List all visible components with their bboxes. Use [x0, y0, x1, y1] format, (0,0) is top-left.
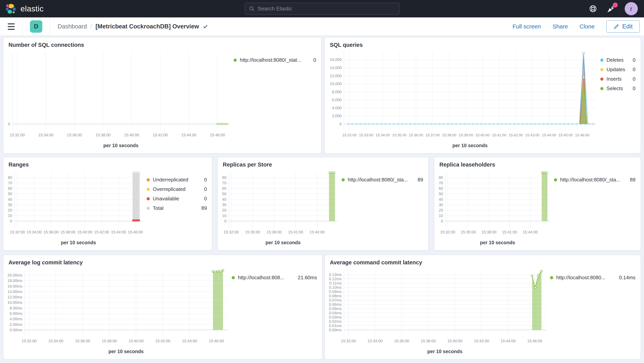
svg-text:70: 70 [439, 181, 443, 185]
news-button[interactable] [606, 4, 616, 13]
panel-replica-leaseholders: Replica leaseholders 15:32:0015:35:0015:… [434, 157, 641, 250]
svg-text:4.00ms: 4.00ms [10, 317, 22, 321]
legend-item[interactable]: Updates0 [600, 67, 636, 73]
svg-text:15:34:00: 15:34:00 [368, 339, 382, 343]
chart-svg: 15:32:0015:34:0015:36:0015:38:0015:40:00… [327, 267, 549, 356]
legend-item[interactable]: Inserts0 [600, 76, 636, 82]
legend-item[interactable]: http://localhost:8080...0.14ms [550, 275, 636, 281]
svg-text:15:32:00: 15:32:00 [10, 230, 25, 234]
svg-text:16.00ms: 16.00ms [8, 284, 22, 288]
svg-text:15:44:00: 15:44:00 [181, 133, 196, 137]
legend-value: 89 [198, 205, 207, 211]
svg-text:15:44:00: 15:44:00 [523, 230, 538, 234]
legend-dot-icon [550, 276, 553, 279]
elastic-logo[interactable]: elastic [0, 3, 44, 14]
avatar-initial: r [630, 5, 632, 13]
global-search[interactable] [245, 3, 400, 15]
svg-text:15:38:00: 15:38:00 [442, 133, 456, 137]
menu-icon[interactable] [0, 24, 22, 30]
checkmark-icon[interactable] [202, 24, 208, 30]
svg-text:40: 40 [8, 197, 12, 202]
svg-text:0: 0 [8, 122, 10, 126]
chart-average-log-commit-latency[interactable]: 15:32:0015:34:0015:36:0015:38:0015:40:00… [6, 267, 230, 356]
svg-text:15:32:00: 15:32:00 [10, 133, 25, 137]
brand-name: elastic [20, 4, 44, 13]
legend-item[interactable]: Total89 [147, 205, 207, 211]
svg-text:6,000: 6,000 [332, 98, 342, 102]
svg-text:60: 60 [439, 186, 443, 190]
svg-text:15:34:00: 15:34:00 [376, 133, 390, 137]
svg-text:15:40:00: 15:40:00 [475, 133, 490, 137]
legend-item[interactable]: Deletes0 [600, 57, 636, 63]
svg-text:20: 20 [439, 208, 443, 212]
legend-value: 0 [201, 196, 207, 202]
legend-label: Updates [606, 67, 625, 73]
legend-value: 0 [629, 86, 636, 92]
legend-dot-icon [600, 78, 604, 81]
svg-text:0.08ms: 0.08ms [329, 294, 342, 298]
chart-replica-leaseholders[interactable]: 15:32:0015:35:0015:38:0015:41:0015:44:00… [436, 169, 553, 247]
panel-title: Average command commit latency [325, 255, 640, 267]
legend-label: Overreplicated [153, 186, 186, 192]
svg-text:15:42:00: 15:42:00 [155, 339, 170, 343]
svg-text:15:32:00: 15:32:00 [224, 230, 239, 234]
svg-text:0.03ms: 0.03ms [329, 315, 342, 319]
svg-text:15:37:00: 15:37:00 [426, 133, 440, 137]
svg-text:15:40:00: 15:40:00 [128, 339, 144, 343]
breadcrumb-dashboard-link[interactable]: Dashboard [58, 23, 87, 30]
legend-dot-icon [600, 59, 604, 62]
legend-item[interactable]: Overreplicated0 [147, 186, 207, 192]
svg-text:0.01ms: 0.01ms [329, 323, 342, 328]
user-avatar[interactable]: r [625, 2, 638, 15]
legend-item[interactable]: http://localhost:8080/_sta...89 [554, 177, 636, 183]
search-icon [249, 6, 255, 12]
svg-text:15:42:00: 15:42:00 [153, 133, 168, 137]
panel-replicas-per-store: Replicas per Store 15:32:0015:35:0015:38… [218, 157, 428, 250]
chart-replicas-per-store[interactable]: 15:32:0015:35:0015:38:0015:41:0015:44:00… [220, 169, 340, 247]
legend-value: 21.60ms [294, 275, 317, 281]
chart-sql-queries[interactable]: 15:32:0015:33:0015:34:0015:35:0015:36:00… [327, 49, 599, 150]
legend-item[interactable]: http://localhost:808...21.60ms [232, 275, 317, 281]
search-input[interactable] [258, 6, 395, 12]
legend-item[interactable]: Selects0 [600, 86, 636, 92]
svg-text:12,000: 12,000 [330, 74, 342, 78]
svg-text:15:42:00: 15:42:00 [94, 230, 109, 234]
svg-text:15:46:00: 15:46:00 [575, 133, 589, 137]
chart-svg: 15:32:0015:34:0015:36:0015:38:0015:40:00… [6, 49, 232, 150]
edit-button[interactable]: Edit [606, 20, 640, 33]
full-screen-button[interactable]: Full screen [512, 23, 541, 30]
chart-legend: http://localhost:8080/_sta...89 [553, 169, 638, 247]
chart-ranges[interactable]: 15:32:0015:34:0015:36:0015:38:0015:40:00… [6, 169, 146, 247]
svg-text:0.12ms: 0.12ms [329, 277, 342, 281]
panel-title: Average log commit latency [4, 255, 322, 267]
svg-text:15:34:00: 15:34:00 [27, 230, 42, 234]
legend-dot-icon [342, 178, 345, 181]
svg-text:20.00ms: 20.00ms [8, 273, 22, 277]
svg-text:0: 0 [224, 219, 226, 223]
svg-text:15:46:00: 15:46:00 [210, 133, 225, 137]
svg-text:15:34:00: 15:34:00 [48, 339, 64, 343]
svg-text:0.00ms: 0.00ms [10, 328, 22, 332]
legend-item[interactable]: http://localhost:8080/_stat...0 [234, 57, 316, 63]
svg-text:15:38:00: 15:38:00 [60, 230, 76, 234]
chart-number-of-sql-connections[interactable]: 15:32:0015:34:0015:36:0015:38:0015:40:00… [6, 49, 232, 150]
share-button[interactable]: Share [552, 23, 568, 30]
svg-text:18.00ms: 18.00ms [8, 278, 22, 283]
legend-dot-icon [232, 276, 235, 279]
legend-label: http://localhost:8080/_sta... [560, 177, 620, 183]
clone-button[interactable]: Clone [580, 23, 594, 30]
legend-item[interactable]: Unavailable0 [147, 196, 207, 202]
legend-item[interactable]: http://localhost:8080/_sta...89 [342, 177, 423, 183]
svg-text:40: 40 [222, 197, 226, 202]
panel-title: Replicas per Store [218, 157, 428, 169]
legend-dot-icon [147, 178, 150, 181]
help-button[interactable] [588, 4, 598, 13]
chart-svg: 15:32:0015:35:0015:38:0015:41:0015:44:00… [436, 169, 553, 247]
chart-average-command-commit-latency[interactable]: 15:32:0015:34:0015:36:0015:38:0015:40:00… [327, 267, 549, 356]
space-badge[interactable]: D [30, 20, 42, 33]
svg-text:15:43:00: 15:43:00 [525, 133, 540, 137]
chart-legend: http://localhost:808...21.60ms [230, 267, 320, 356]
svg-text:80: 80 [439, 175, 443, 180]
legend-item[interactable]: Underreplicated0 [147, 177, 207, 183]
svg-text:15:32:00: 15:32:00 [342, 133, 357, 137]
